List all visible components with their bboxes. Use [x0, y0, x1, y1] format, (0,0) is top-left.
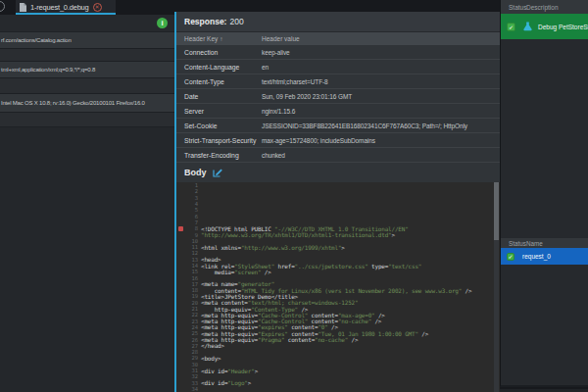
response-status-code: 200: [229, 17, 243, 26]
header-key: Transfer-Encoding: [176, 152, 259, 159]
request-detail-text: rf.com/actions/Catalog.action: [0, 37, 72, 43]
close-icon[interactable]: ✕: [93, 3, 102, 12]
header-row[interactable]: Strict-Transport-Securitymax-age=1572480…: [176, 133, 500, 148]
scrollbar-thumb[interactable]: [494, 182, 499, 240]
line-number: 23: [184, 318, 201, 324]
scenario-description: Debug PetStoreSimu: [538, 24, 588, 30]
request-detail-text: Intel Mac OS X 10.8; rv:16.0) Gecko/2010…: [0, 100, 145, 106]
line-number: 32: [184, 373, 201, 379]
request-row-selected[interactable]: ✓ request_0: [501, 248, 588, 265]
request-detail-row[interactable]: Intel Mac OS X 10.8; rv:16.0) Gecko/2010…: [0, 94, 174, 113]
line-number: 28: [184, 349, 201, 355]
header-row[interactable]: Transfer-Encodingchunked: [176, 148, 500, 163]
code-text: <div id="Header">: [201, 368, 258, 374]
line-number: 19: [184, 293, 201, 299]
request-detail-row[interactable]: [0, 113, 174, 127]
line-number: 22: [184, 312, 201, 318]
line-number: 16: [184, 275, 201, 281]
response-title: Response:: [184, 17, 226, 26]
line-number: 5: [184, 207, 201, 213]
editor-scrollbar: [494, 182, 499, 392]
code-text: <meta http-equiv="Pragma" content="no-ca…: [201, 336, 358, 343]
line-number: 12: [184, 250, 201, 256]
requests-panel-header: Status Name: [501, 238, 588, 248]
request-name: request_0: [522, 253, 551, 260]
line-number: 24: [184, 324, 201, 330]
code-line: 34: [176, 386, 500, 392]
scenario-panel-header: Status Description: [501, 0, 588, 14]
header-key: Strict-Transport-Security: [176, 137, 259, 144]
header-value: max-age=15724800; includeSubDomains: [259, 137, 375, 144]
header-row[interactable]: Connectionkeep-alive: [176, 45, 500, 60]
request-detail-text: tml+xml,application/xml;q=0.9,*/*;q=0.8: [0, 67, 95, 73]
line-number: 31: [184, 368, 201, 373]
line-number: 15: [184, 269, 201, 274]
line-number: 2: [184, 188, 201, 194]
line-number: 7: [184, 220, 201, 225]
scenario-row[interactable]: ✓ Debug PetStoreSimu: [501, 14, 588, 39]
header-value: Sun, 09 Feb 2020 23:01:16 GMT: [259, 93, 352, 100]
info-icon[interactable]: i: [157, 18, 168, 28]
header-value: keep-alive: [259, 49, 290, 56]
app-window: 1-request_0.debug ✕ i rf.com/actions/Cat…: [0, 0, 588, 392]
description-column[interactable]: Description: [526, 4, 559, 11]
line-number: 14: [184, 263, 201, 269]
header-key: Connection: [176, 49, 259, 56]
header-row[interactable]: Content-Typetext/html;charset=UTF-8: [176, 74, 500, 89]
header-value-column[interactable]: Header value: [259, 35, 300, 42]
line-number: 9: [184, 232, 201, 238]
line-number: 10: [184, 238, 201, 244]
request-detail-row[interactable]: rf.com/actions/Catalog.action: [0, 32, 174, 49]
body-label: Body: [184, 168, 207, 177]
line-number: 21: [184, 306, 201, 312]
line-number: 27: [184, 343, 201, 349]
request-detail-rows: rf.com/actions/Catalog.actiontml+xml,app…: [0, 32, 174, 127]
line-number: 4: [184, 201, 201, 207]
edit-icon[interactable]: [213, 168, 222, 177]
header-value: en: [259, 64, 269, 71]
header-key: Set-Cookie: [176, 122, 259, 129]
code-text: </head>: [201, 342, 224, 349]
file-icon: [20, 3, 26, 12]
line-number: 29: [184, 355, 201, 361]
header-row[interactable]: Set-CookieJSESSIONID=33BF8B22641EB168023…: [176, 119, 500, 133]
header-row[interactable]: DateSun, 09 Feb 2020 23:01:16 GMT: [176, 89, 500, 104]
line-number: 30: [184, 362, 201, 368]
check-icon[interactable]: ✓: [507, 23, 515, 31]
line-number: 6: [184, 214, 201, 220]
header-value: nginx/1.15.6: [259, 108, 295, 115]
gutter-marker: [176, 386, 184, 392]
header-key: Content-Language: [176, 64, 259, 71]
line-number: 20: [184, 300, 201, 306]
line-number: 13: [184, 257, 201, 263]
code-text: "http://www.w3.org/TR/xhtml1/DTD/xhtml1-…: [201, 231, 395, 238]
line-number: 26: [184, 337, 201, 343]
code-text: <html xmlns="http://www.w3.org/1999/xhtm…: [201, 244, 345, 251]
header-key: Date: [176, 93, 259, 100]
request-detail-row[interactable]: [0, 78, 174, 94]
line-number: 1: [184, 182, 201, 188]
response-body-editor[interactable]: 12345678<!DOCTYPE html PUBLIC "-//W3C//D…: [176, 182, 500, 392]
header-key-column[interactable]: Header Key↑: [176, 35, 259, 42]
request-toolbar: i: [0, 15, 174, 32]
response-panel: Response: 200 Header Key↑ Header value C…: [174, 12, 500, 392]
header-value: text/html;charset=UTF-8: [259, 78, 328, 85]
scenario-panel: Status Description ✓ Debug PetStoreSimu: [500, 0, 588, 238]
code-text: <div id="Logo">: [201, 379, 251, 386]
body-section-header: Body: [176, 163, 500, 182]
line-number: 34: [184, 386, 201, 392]
request-detail-row[interactable]: tml+xml,application/xml;q=0.9,*/*;q=0.8: [0, 62, 174, 78]
flask-icon: [523, 22, 532, 31]
status-column[interactable]: Status: [501, 240, 526, 247]
response-header: Response: 200: [176, 12, 500, 32]
status-column[interactable]: Status: [501, 4, 526, 11]
circle-icon: [0, 1, 5, 12]
headers-table: Connectionkeep-aliveContent-LanguageenCo…: [176, 45, 500, 163]
name-column[interactable]: Name: [526, 240, 543, 247]
header-row[interactable]: Content-Languageen: [176, 60, 500, 74]
code-text: media="screen" />: [201, 269, 271, 275]
header-value: chunked: [259, 152, 285, 159]
header-key: Content-Type: [176, 78, 259, 85]
header-row[interactable]: Servernginx/1.15.6: [176, 104, 500, 119]
request-detail-row[interactable]: [0, 49, 174, 62]
